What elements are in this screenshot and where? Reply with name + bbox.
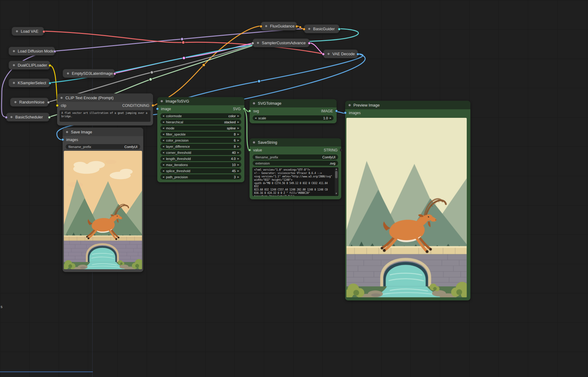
max-iterations-widget[interactable]: ◀ max_iterations 10 ▶: [160, 162, 241, 167]
reroute-dot[interactable]: [299, 26, 301, 28]
node-basicscheduler[interactable]: BasicScheduler: [6, 113, 49, 121]
filter-speckle-widget[interactable]: ◀ filter_speckle 8 ▶: [160, 132, 241, 137]
increment-icon[interactable]: ▶: [238, 164, 239, 166]
input-slot-model[interactable]: [5, 116, 8, 119]
collapse-dot-icon[interactable]: [257, 42, 259, 44]
collapse-dot-icon[interactable]: [16, 30, 18, 33]
node-savestring[interactable]: SaveString value STRING filename_prefix …: [250, 138, 341, 199]
node-svgtoimage[interactable]: SVGToImage svg IMAGE ◀ scale 1.0 ▶: [250, 99, 337, 123]
output-slot-latent[interactable]: [113, 72, 116, 75]
node-save-image[interactable]: Save Image images filename_prefix ComfyU…: [63, 128, 143, 272]
collapse-dot-icon[interactable]: [348, 104, 351, 107]
node-emptysd3latentimage[interactable]: EmptySD3LatentImage: [63, 69, 115, 78]
node-load-vae[interactable]: Load VAE: [12, 27, 44, 36]
reroute-dot[interactable]: [149, 78, 152, 81]
input-slot-images[interactable]: [344, 111, 347, 114]
collapse-dot-icon[interactable]: [67, 72, 69, 75]
splice-threshold-widget[interactable]: ◀ splice_threshold 45 ▶: [160, 168, 241, 173]
output-slot-image[interactable]: [335, 110, 338, 112]
extension-widget[interactable]: extension .svg: [253, 161, 338, 166]
input-slots[interactable]: [251, 42, 254, 45]
increment-icon[interactable]: ▶: [330, 117, 331, 119]
collapse-dot-icon[interactable]: [13, 82, 15, 84]
reroute-dot[interactable]: [257, 80, 261, 83]
output-slot-sigmas[interactable]: [48, 116, 51, 119]
node-graph-canvas[interactable]: s Load VAE Load Diffusion Mod: [0, 0, 588, 377]
input-slot-conditioning[interactable]: [260, 25, 262, 28]
collapse-dot-icon[interactable]: [265, 25, 268, 27]
decrement-icon[interactable]: ◀: [163, 127, 164, 129]
output-slot-sampler[interactable]: [49, 82, 51, 85]
scrollbar-thumb[interactable]: [335, 171, 338, 178]
node-imagetosvg[interactable]: ImageToSVG image SVG ◀ colormode color ▶…: [157, 97, 244, 182]
input-slot-conditioning[interactable]: [303, 28, 305, 31]
corner-threshold-widget[interactable]: ◀ corner_threshold 40 ▶: [160, 150, 241, 155]
prompt-textarea[interactable]: A flat vector art illustration of a goat…: [60, 110, 151, 122]
output-slot-noise[interactable]: [47, 101, 50, 104]
output-slot-svg[interactable]: [243, 107, 246, 110]
input-slot-value[interactable]: [248, 149, 251, 151]
collapse-dot-icon[interactable]: [60, 96, 63, 99]
output-slot-clip[interactable]: [49, 64, 51, 67]
mode-widget[interactable]: ◀ mode spline ▶: [160, 125, 241, 131]
node-vae-decode[interactable]: VAE Decode: [323, 49, 358, 58]
reroute-dot[interactable]: [182, 56, 185, 60]
node-clip-text-encode[interactable]: CLIP Text Encode (Prompt) clip CONDITION…: [57, 93, 153, 125]
collapse-dot-icon[interactable]: [13, 64, 15, 67]
decrement-icon[interactable]: ◀: [255, 117, 256, 119]
collapse-dot-icon[interactable]: [253, 102, 255, 105]
node-basicguider[interactable]: BasicGuider: [304, 24, 339, 33]
output-slot-image[interactable]: [356, 53, 359, 56]
reroute-dot[interactable]: [202, 63, 205, 67]
output-slot-conditioning[interactable]: [295, 25, 298, 28]
increment-icon[interactable]: ▶: [238, 133, 239, 135]
node-samplercustomadvance[interactable]: SamplerCustomAdvance: [253, 38, 309, 47]
output-slot-model[interactable]: [53, 50, 56, 53]
collapse-dot-icon[interactable]: [160, 100, 163, 103]
increment-icon[interactable]: ▶: [238, 151, 239, 154]
increment-icon[interactable]: ▶: [238, 170, 239, 172]
node-preview-image[interactable]: Preview Image images: [345, 101, 470, 300]
node-randomnoise[interactable]: RandomNoise: [10, 98, 49, 107]
filename-prefix-widget[interactable]: filename_prefix ComfyUI: [66, 144, 140, 149]
input-slot-images[interactable]: [61, 138, 64, 141]
increment-icon[interactable]: ▶: [238, 121, 239, 123]
input-slot-image[interactable]: [156, 107, 159, 110]
collapse-dot-icon[interactable]: [327, 53, 330, 55]
output-slot-guider[interactable]: [338, 28, 341, 31]
decrement-icon[interactable]: ◀: [163, 133, 164, 135]
output-slot-conditioning[interactable]: [152, 104, 154, 107]
decrement-icon[interactable]: ◀: [163, 139, 164, 141]
scale-widget[interactable]: ◀ scale 1.0 ▶: [253, 115, 334, 121]
input-slot-svg[interactable]: [248, 110, 251, 112]
reroute-dot[interactable]: [150, 71, 153, 74]
node-ksamplerselect[interactable]: KSamplerSelect: [9, 78, 50, 87]
decrement-icon[interactable]: ◀: [163, 115, 164, 117]
collapse-dot-icon[interactable]: [10, 116, 13, 118]
node-dualcliploader[interactable]: DualCLIPLoader: [9, 61, 50, 70]
increment-icon[interactable]: ▶: [238, 158, 239, 160]
scroll-up-icon[interactable]: ▲: [335, 168, 338, 171]
node-fluxguidance[interactable]: FluxGuidance: [261, 22, 297, 31]
increment-icon[interactable]: ▶: [238, 115, 239, 117]
svg-string-textarea[interactable]: <?xml version="1.0" encoding="UTF-8"?> <…: [252, 167, 338, 196]
collapse-dot-icon[interactable]: [14, 101, 17, 103]
input-slot-samples[interactable]: [322, 53, 325, 56]
scroll-down-icon[interactable]: ▼: [335, 192, 338, 195]
reroute-dot[interactable]: [181, 38, 184, 41]
hierarchical-widget[interactable]: ◀ hierarchical stacked ▶: [160, 119, 241, 125]
decrement-icon[interactable]: ◀: [163, 164, 164, 166]
increment-icon[interactable]: ▶: [238, 176, 239, 178]
collapse-dot-icon[interactable]: [253, 141, 255, 144]
increment-icon[interactable]: ▶: [238, 139, 239, 141]
decrement-icon[interactable]: ◀: [163, 145, 164, 147]
decrement-icon[interactable]: ◀: [163, 121, 164, 123]
decrement-icon[interactable]: ◀: [163, 170, 164, 172]
color-precision-widget[interactable]: ◀ color_precision 6 ▶: [160, 138, 241, 143]
output-slot-latent[interactable]: [308, 42, 311, 45]
output-slot-vae[interactable]: [42, 30, 45, 33]
length-threshold-widget[interactable]: ◀ length_threshold 4.0 ▶: [160, 156, 241, 161]
output-slot-string[interactable]: [340, 149, 342, 151]
filename-prefix-widget[interactable]: filename_prefix ComfyUI: [253, 154, 338, 160]
path-precision-widget[interactable]: ◀ path_precision 3 ▶: [160, 174, 241, 179]
